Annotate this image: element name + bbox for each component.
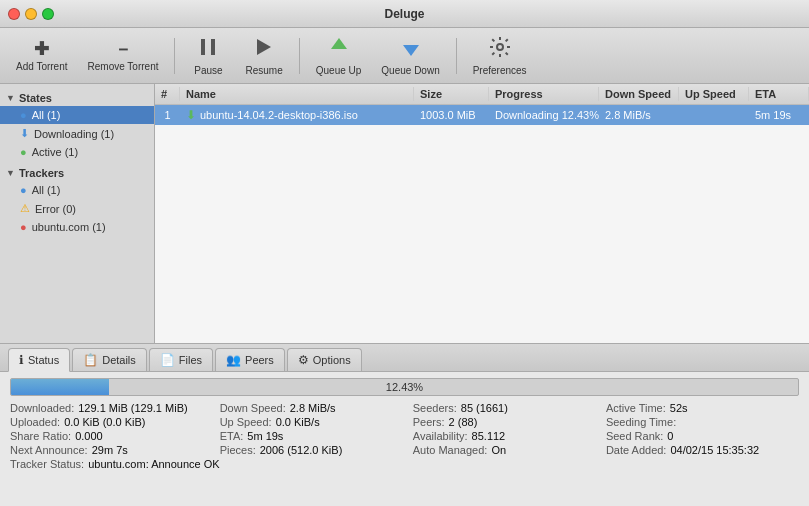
header-down-speed: Down Speed bbox=[599, 87, 679, 101]
resume-button[interactable]: Resume bbox=[237, 31, 290, 80]
tab-options[interactable]: ⚙ Options bbox=[287, 348, 362, 371]
sidebar-item-ubuntu-label: ubuntu.com (1) bbox=[32, 221, 106, 233]
tab-files-label: Files bbox=[179, 354, 202, 366]
tab-status-label: Status bbox=[28, 354, 59, 366]
seeders-label: Seeders: bbox=[413, 402, 457, 414]
svg-marker-4 bbox=[403, 45, 419, 56]
queue-up-icon bbox=[327, 35, 351, 62]
remove-icon: － bbox=[114, 40, 132, 58]
tab-peers[interactable]: 👥 Peers bbox=[215, 348, 285, 371]
queue-up-button[interactable]: Queue Up bbox=[308, 31, 370, 80]
availability-value: 85.112 bbox=[472, 430, 506, 442]
active-time-label: Active Time: bbox=[606, 402, 666, 414]
detail-seed-rank: Seed Rank: 0 bbox=[606, 430, 799, 442]
svg-marker-3 bbox=[331, 38, 347, 49]
trackers-triangle-icon: ▼ bbox=[6, 168, 15, 178]
cell-down-speed: 2.8 MiB/s bbox=[599, 108, 679, 122]
tab-peers-label: Peers bbox=[245, 354, 274, 366]
up-speed-label: Up Speed: bbox=[220, 416, 272, 428]
svg-point-5 bbox=[497, 44, 503, 50]
header-name: Name bbox=[180, 87, 414, 101]
svg-rect-0 bbox=[201, 39, 205, 55]
detail-col-3: Seeders: 85 (1661) Peers: 2 (88) Availab… bbox=[413, 402, 606, 470]
cell-name: ⬇ ubuntu-14.04.2-desktop-i386.iso bbox=[180, 107, 414, 123]
add-torrent-button[interactable]: ✚ Add Torrent bbox=[8, 36, 76, 76]
up-speed-value: 0.0 KiB/s bbox=[276, 416, 320, 428]
uploaded-label: Uploaded: bbox=[10, 416, 60, 428]
tab-details-label: Details bbox=[102, 354, 136, 366]
torrent-status-icon: ⬇ bbox=[186, 108, 196, 122]
detail-seeders: Seeders: 85 (1661) bbox=[413, 402, 606, 414]
resume-label: Resume bbox=[245, 65, 282, 76]
seeders-value: 85 (1661) bbox=[461, 402, 508, 414]
detail-peers: Peers: 2 (88) bbox=[413, 416, 606, 428]
header-size: Size bbox=[414, 87, 489, 101]
tab-status[interactable]: ℹ Status bbox=[8, 348, 70, 372]
remove-torrent-button[interactable]: － Remove Torrent bbox=[80, 36, 167, 76]
detail-seeding-time: Seeding Time: bbox=[606, 416, 799, 428]
detail-up-speed: Up Speed: 0.0 KiB/s bbox=[220, 416, 413, 428]
maximize-button[interactable] bbox=[42, 8, 54, 20]
next-announce-label: Next Announce: bbox=[10, 444, 88, 456]
titlebar: Deluge bbox=[0, 0, 809, 28]
table-row[interactable]: 1 ⬇ ubuntu-14.04.2-desktop-i386.iso 1003… bbox=[155, 105, 809, 125]
auto-managed-label: Auto Managed: bbox=[413, 444, 488, 456]
tab-files[interactable]: 📄 Files bbox=[149, 348, 213, 371]
downloaded-value: 129.1 MiB (129.1 MiB) bbox=[78, 402, 187, 414]
minimize-button[interactable] bbox=[25, 8, 37, 20]
next-announce-value: 29m 7s bbox=[92, 444, 128, 456]
active-time-value: 52s bbox=[670, 402, 688, 414]
detail-availability: Availability: 85.112 bbox=[413, 430, 606, 442]
sidebar-item-trackers-all-label: All (1) bbox=[32, 184, 61, 196]
status-tab-icon: ℹ bbox=[19, 353, 24, 367]
date-added-value: 04/02/15 15:35:32 bbox=[670, 444, 759, 456]
torrent-name: ubuntu-14.04.2-desktop-i386.iso bbox=[200, 109, 358, 121]
detail-date-added: Date Added: 04/02/15 15:35:32 bbox=[606, 444, 799, 456]
resume-icon bbox=[252, 35, 276, 62]
states-triangle-icon: ▼ bbox=[6, 93, 15, 103]
pieces-value: 2006 (512.0 KiB) bbox=[260, 444, 343, 456]
eta-label: ETA: bbox=[220, 430, 244, 442]
list-rows: 1 ⬇ ubuntu-14.04.2-desktop-i386.iso 1003… bbox=[155, 105, 809, 343]
queue-down-button[interactable]: Queue Down bbox=[373, 31, 447, 80]
preferences-button[interactable]: Preferences bbox=[465, 31, 535, 80]
main-area: ▼ States ● All (1) ⬇ Downloading (1) ● A… bbox=[0, 84, 809, 344]
trackers-section: ▼ Trackers ● All (1) ⚠ Error (0) ● ubunt… bbox=[0, 163, 154, 238]
tab-options-label: Options bbox=[313, 354, 351, 366]
downloading-icon: ⬇ bbox=[20, 127, 29, 140]
cell-num: 1 bbox=[155, 108, 180, 122]
close-button[interactable] bbox=[8, 8, 20, 20]
cell-progress: Downloading 12.43% bbox=[489, 108, 599, 122]
downloaded-label: Downloaded: bbox=[10, 402, 74, 414]
peers-label: Peers: bbox=[413, 416, 445, 428]
sidebar-item-ubuntu[interactable]: ● ubuntu.com (1) bbox=[0, 218, 154, 236]
sidebar-item-error[interactable]: ⚠ Error (0) bbox=[0, 199, 154, 218]
detail-down-speed: Down Speed: 2.8 MiB/s bbox=[220, 402, 413, 414]
detail-downloaded: Downloaded: 129.1 MiB (129.1 MiB) bbox=[10, 402, 220, 414]
window-controls bbox=[8, 8, 54, 20]
tracker-status-label: Tracker Status: bbox=[10, 458, 84, 470]
torrent-list: # Name Size Progress Down Speed Up Speed… bbox=[155, 84, 809, 343]
detail-active-time: Active Time: 52s bbox=[606, 402, 799, 414]
sidebar-item-all[interactable]: ● All (1) bbox=[0, 106, 154, 124]
add-torrent-label: Add Torrent bbox=[16, 61, 68, 72]
pieces-label: Pieces: bbox=[220, 444, 256, 456]
pause-button[interactable]: Pause bbox=[183, 31, 233, 80]
sidebar-item-trackers-all[interactable]: ● All (1) bbox=[0, 181, 154, 199]
toolbar: ✚ Add Torrent － Remove Torrent Pause Res… bbox=[0, 28, 809, 84]
detail-grid: Downloaded: 129.1 MiB (129.1 MiB) Upload… bbox=[0, 400, 809, 472]
header-num: # bbox=[155, 87, 180, 101]
eta-value: 5m 19s bbox=[247, 430, 283, 442]
detail-col-1: Downloaded: 129.1 MiB (129.1 MiB) Upload… bbox=[10, 402, 220, 470]
sidebar-item-active[interactable]: ● Active (1) bbox=[0, 143, 154, 161]
availability-label: Availability: bbox=[413, 430, 468, 442]
sidebar-item-downloading[interactable]: ⬇ Downloading (1) bbox=[0, 124, 154, 143]
auto-managed-value: On bbox=[491, 444, 506, 456]
detail-tracker-status: Tracker Status: ubuntu.com: Announce OK bbox=[10, 458, 220, 470]
cell-eta: 5m 19s bbox=[749, 108, 809, 122]
tab-details[interactable]: 📋 Details bbox=[72, 348, 147, 371]
queue-up-label: Queue Up bbox=[316, 65, 362, 76]
detail-pieces: Pieces: 2006 (512.0 KiB) bbox=[220, 444, 413, 456]
share-ratio-label: Share Ratio: bbox=[10, 430, 71, 442]
sidebar-item-active-label: Active (1) bbox=[32, 146, 78, 158]
